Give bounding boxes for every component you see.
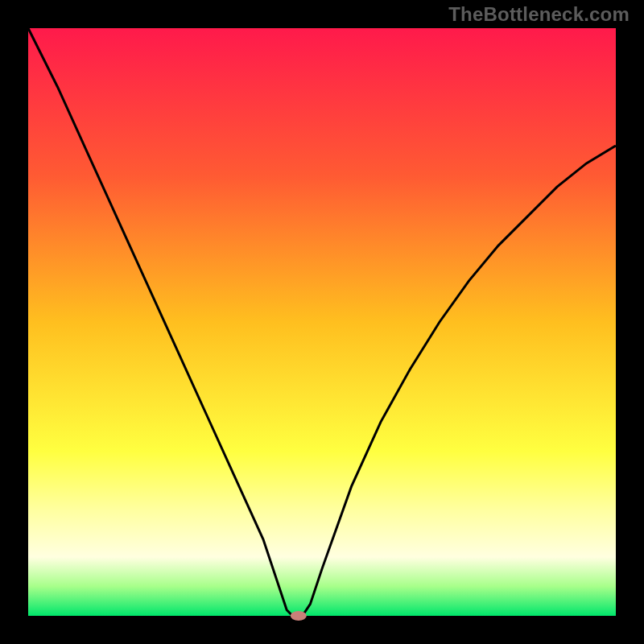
chart-frame: TheBottleneck.com: [0, 0, 644, 644]
bottleneck-chart: [0, 0, 644, 644]
watermark-text: TheBottleneck.com: [448, 3, 630, 26]
plot-background: [28, 28, 616, 616]
min-marker: [291, 611, 307, 621]
